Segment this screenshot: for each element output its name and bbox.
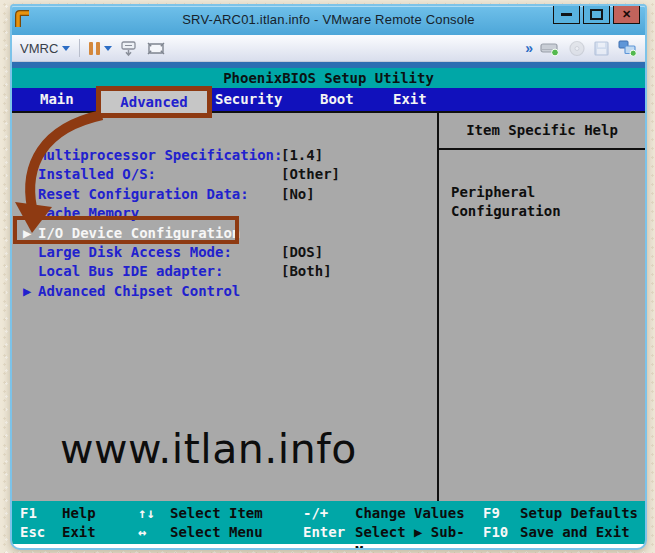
item-specific-help-panel: Item Specific Help Peripheral Configurat… [437,113,645,501]
hint-setup-defaults: Setup Defaults [520,504,645,523]
chevron-down-icon [104,46,112,51]
bios-tab-main[interactable]: Main [40,88,74,111]
fullscreen-button[interactable] [145,40,167,57]
send-ctrl-alt-del-icon [119,39,138,58]
option-value: [DOS] [281,243,323,262]
key-f9: F9 [483,504,520,523]
close-button[interactable]: ✕ [613,6,640,24]
help-panel-title: Item Specific Help [439,113,645,150]
fullscreen-icon [145,40,167,57]
key-f1: F1 [20,504,62,523]
option-label: I/O Device Configuration [38,224,240,243]
send-ctrl-alt-del-button[interactable] [119,39,138,58]
key-f10: F10 [483,523,520,542]
maximize-icon [590,9,603,20]
option-multiprocessor-spec[interactable]: Multiprocessor Specification: [1.4] [12,146,437,165]
option-installed-os[interactable]: Installed O/S: [Other] [12,165,437,184]
hard-disk-device-button[interactable] [540,40,561,57]
network-adapter-icon [617,39,637,57]
key-leftright: ↔ [138,523,170,542]
double-chevron-icon: » [525,41,533,55]
option-reset-config-data[interactable]: Reset Configuration Data: [No] [12,185,437,204]
vmrc-app-icon [15,7,32,33]
submenu-arrow-icon: ▶ [23,282,37,301]
key-minus-plus: -/+ [303,504,355,523]
window-titlebar[interactable]: SRV-ARC01.itlan.info - VMware Remote Con… [12,6,645,35]
key-hints-row: Esc Exit ↔ Select Menu Enter Select ▶ Su… [12,523,645,542]
window-controls: ✕ [553,6,640,24]
option-value: [Both] [281,262,332,281]
option-label: Large Disk Access Mode: [38,243,232,262]
key-esc: Esc [20,523,62,542]
window-title: SRV-ARC01.itlan.info - VMware Remote Con… [12,12,645,27]
key-hints-row: F1 Help ↑↓ Select Item -/+ Change Values… [12,504,645,523]
option-value: [No] [281,185,315,204]
bios-tab-security[interactable]: Security [215,88,282,111]
submenu-arrow-icon: ▶ [23,224,37,243]
pause-vm-button[interactable] [89,42,112,55]
option-value: [Other] [281,165,340,184]
help-panel-text: Peripheral Configuration [439,183,601,222]
option-label: Multiprocessor Specification: [38,146,282,165]
bios-main-area: Multiprocessor Specification: [1.4] Inst… [12,111,645,501]
vmrc-menu-button[interactable]: VMRC [20,41,70,56]
more-devices-button[interactable]: » [525,41,533,55]
floppy-icon [593,40,610,57]
option-label: Installed O/S: [38,165,156,184]
maximize-button[interactable] [583,6,610,24]
hint-change-values: Change Values [355,504,483,523]
option-label: Local Bus IDE adapter: [38,262,223,281]
option-label: Cache Memory [38,204,139,223]
hint-save-and-exit: Save and Exit [520,523,645,542]
toolbar-separator [79,39,80,57]
key-updown: ↑↓ [138,504,170,523]
vmrc-menu-label: VMRC [20,41,58,56]
option-value: [1.4] [281,146,323,165]
bios-tab-advanced-annotated[interactable]: Advanced [96,86,212,118]
hint-help: Help [62,504,138,523]
option-advanced-chipset-control[interactable]: ▶ Advanced Chipset Control [12,282,437,301]
option-io-device-configuration-selected[interactable]: ▶ I/O Device Configuration [12,224,437,243]
desktop-background: SRV-ARC01.itlan.info - VMware Remote Con… [0,0,655,553]
minimize-icon [561,13,572,16]
hard-disk-icon [540,40,561,57]
bios-title: PhoenixBIOS Setup Utility [12,68,645,88]
option-label: Advanced Chipset Control [38,282,240,301]
hint-select-submenu: Select ▶ Sub-Menu [355,523,483,542]
option-local-bus-ide-adapter[interactable]: Local Bus IDE adapter: [Both] [12,262,437,281]
bios-key-hints-footer: F1 Help ↑↓ Select Item -/+ Change Values… [12,501,645,544]
network-device-button[interactable] [617,39,637,57]
vmrc-window: SRV-ARC01.itlan.info - VMware Remote Con… [10,4,647,550]
bios-screen: PhoenixBIOS Setup Utility Main Security … [12,68,645,544]
hint-select-menu: Select Menu [170,523,303,542]
pause-icon [89,42,100,55]
chevron-down-icon [62,46,70,51]
option-cache-memory[interactable]: Cache Memory [12,204,437,223]
cd-drive-device-button[interactable] [568,40,586,57]
minimize-button[interactable] [553,6,580,24]
option-large-disk-access-mode[interactable]: Large Disk Access Mode: [DOS] [12,243,437,262]
hint-exit: Exit [62,523,138,542]
bios-tab-exit[interactable]: Exit [393,88,427,111]
bios-options-panel: Multiprocessor Specification: [1.4] Inst… [12,113,437,501]
floppy-device-button[interactable] [593,40,610,57]
watermark-text: www.itlan.info [60,425,357,473]
key-enter: Enter [303,523,355,542]
vmrc-toolbar: VMRC [12,35,645,62]
bios-tab-boot[interactable]: Boot [320,88,354,111]
option-label: Reset Configuration Data: [38,185,249,204]
cd-drive-icon [568,40,586,57]
hint-select-item: Select Item [170,504,303,523]
